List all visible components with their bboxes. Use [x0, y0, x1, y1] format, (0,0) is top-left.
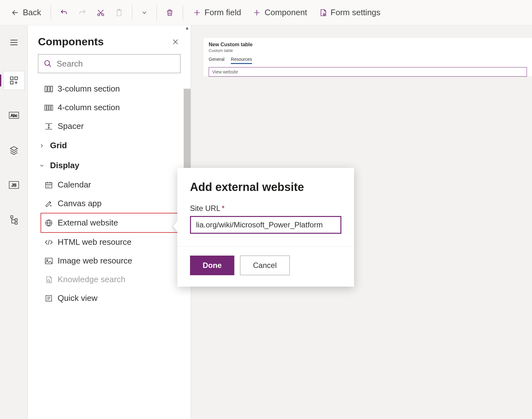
cut-button[interactable] — [93, 6, 109, 19]
component-4-column[interactable]: 4-column section — [28, 98, 191, 117]
site-url-input[interactable] — [190, 216, 341, 234]
chevron-down-button[interactable] — [137, 7, 151, 18]
chevron-right-icon — [37, 141, 46, 150]
component-external-website[interactable]: External website — [41, 213, 187, 233]
cancel-button[interactable]: Cancel — [240, 256, 290, 275]
component-label: 4-column section — [58, 103, 120, 112]
svg-rect-17 — [48, 86, 50, 92]
rail-js[interactable]: JS — [3, 175, 25, 194]
toolbar-separator — [132, 5, 132, 20]
close-panel-button[interactable] — [170, 37, 180, 47]
done-button[interactable]: Done — [190, 256, 234, 275]
component-label: HTML web resource — [58, 237, 131, 247]
four-column-icon — [44, 103, 53, 112]
search-icon — [43, 59, 52, 68]
canvas-app-icon — [44, 199, 53, 208]
svg-point-15 — [45, 60, 49, 65]
toolbar: Back Form field Component Form settings — [0, 0, 532, 25]
add-component-button[interactable]: Component — [248, 5, 311, 20]
component-label: 3-column section — [58, 84, 120, 94]
toolbar-separator — [183, 5, 183, 20]
flyout-divider — [177, 246, 354, 247]
group-display[interactable]: Display — [28, 156, 191, 175]
form-canvas[interactable]: New Custom table Custom table General Re… — [204, 38, 532, 76]
redo-button[interactable] — [74, 6, 90, 19]
svg-point-1 — [102, 14, 104, 16]
hamburger-button[interactable] — [3, 33, 25, 52]
add-form-field-button[interactable]: Form field — [188, 5, 246, 20]
component-label: Quick view — [58, 293, 98, 303]
form-settings-icon — [319, 8, 327, 17]
svg-rect-25 — [45, 258, 52, 264]
scroll-up-arrow[interactable]: ▲ — [184, 25, 190, 31]
component-knowledge-search[interactable]: Knowledge search — [28, 270, 191, 289]
add-external-website-flyout: Add external website Site URL* Done Canc… — [177, 168, 354, 287]
form-title: New Custom table — [209, 42, 527, 48]
svg-rect-16 — [45, 86, 47, 92]
component-label: Image web resource — [58, 256, 132, 266]
rail-components[interactable] — [3, 71, 25, 90]
site-url-label: Site URL* — [190, 204, 341, 213]
svg-rect-14 — [15, 222, 17, 224]
svg-rect-21 — [49, 105, 51, 110]
arrow-left-icon — [11, 8, 20, 17]
delete-button[interactable] — [162, 6, 178, 19]
svg-rect-19 — [45, 105, 46, 110]
component-label: Knowledge search — [58, 275, 125, 284]
component-label: Spacer — [58, 121, 84, 131]
form-settings-label: Form settings — [331, 8, 381, 17]
search-input[interactable] — [57, 59, 175, 69]
site-url-label-text: Site URL — [190, 204, 220, 213]
svg-text:JS: JS — [11, 183, 16, 187]
calendar-icon — [44, 181, 53, 189]
form-settings-button[interactable]: Form settings — [314, 5, 385, 20]
undo-button[interactable] — [56, 6, 72, 19]
form-tabs: General Resources — [209, 57, 527, 64]
component-label: Calendar — [58, 180, 91, 190]
component-3-column[interactable]: 3-column section — [28, 79, 191, 98]
rail-tree[interactable] — [3, 210, 25, 229]
back-button[interactable]: Back — [6, 5, 46, 20]
component-image-web-resource[interactable]: Image web resource — [28, 251, 191, 270]
toolbar-separator — [156, 5, 157, 20]
toolbar-separator — [51, 5, 51, 20]
svg-point-27 — [48, 280, 50, 282]
code-icon — [44, 238, 53, 247]
svg-rect-7 — [10, 81, 13, 84]
component-label: Canvas app — [58, 199, 102, 208]
back-label: Back — [23, 8, 41, 17]
svg-rect-5 — [10, 77, 13, 80]
three-column-icon — [44, 85, 53, 93]
component-canvas-app[interactable]: Canvas app — [28, 194, 191, 213]
svg-point-0 — [98, 14, 100, 16]
svg-rect-18 — [51, 86, 53, 92]
svg-point-26 — [47, 259, 48, 261]
quick-view-icon — [44, 294, 53, 303]
component-calendar[interactable]: Calendar — [28, 175, 191, 194]
component-html-web-resource[interactable]: HTML web resource — [28, 233, 191, 251]
form-section-view-website[interactable]: View website — [209, 67, 527, 77]
globe-icon — [44, 219, 53, 227]
svg-rect-23 — [46, 182, 52, 188]
image-icon — [44, 257, 53, 265]
svg-rect-12 — [10, 216, 13, 218]
component-label: External website — [58, 218, 118, 228]
plus-icon — [252, 8, 261, 17]
component-quick-view[interactable]: Quick view — [28, 289, 191, 308]
form-subtitle: Custom table — [209, 48, 527, 53]
rail-layers[interactable] — [3, 141, 25, 160]
svg-rect-22 — [51, 105, 53, 110]
component-spacer[interactable]: Spacer — [28, 117, 191, 136]
form-tab-general[interactable]: General — [209, 57, 225, 64]
panel-title: Components — [38, 35, 104, 48]
group-label: Display — [50, 161, 79, 170]
group-grid[interactable]: Grid — [28, 136, 191, 156]
components-list: 3-column section 4-column section Spacer… — [28, 77, 191, 419]
plus-icon — [193, 8, 201, 17]
paste-button[interactable] — [111, 6, 127, 19]
rail-abc[interactable]: Abc — [3, 106, 25, 125]
panel-header: Components — [28, 25, 191, 54]
search-box[interactable] — [38, 54, 180, 73]
knowledge-search-icon — [44, 275, 53, 284]
form-tab-resources[interactable]: Resources — [231, 57, 252, 64]
